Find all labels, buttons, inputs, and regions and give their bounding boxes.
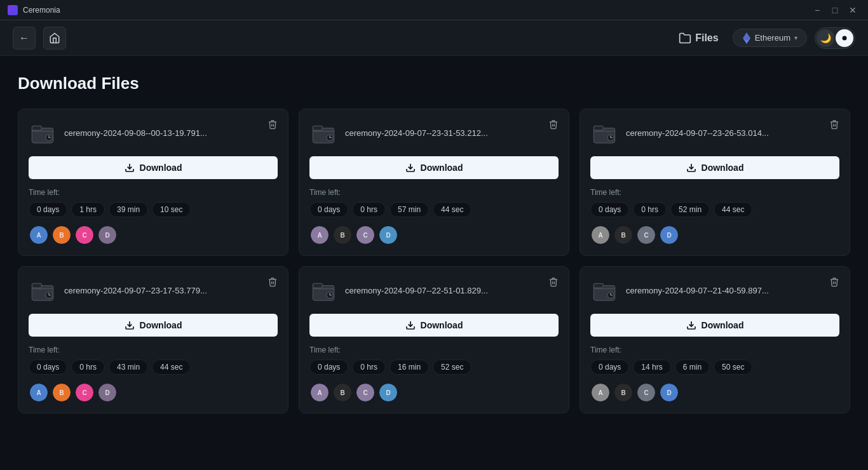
card-header: ceremony-2024-09-07--21-40-59.897... xyxy=(590,277,839,305)
time-badges: 0 days 1 hrs 39 min 10 sec xyxy=(29,202,278,217)
card-card-2: ceremony-2024-09-07--23-31-53.212... Dow… xyxy=(299,109,569,256)
time-badges: 0 days 0 hrs 16 min 52 sec xyxy=(309,359,559,375)
card-card-1: ceremony-2024-09-08--00-13-19.791... Dow… xyxy=(18,109,288,256)
min-badge: 16 min xyxy=(390,359,429,375)
folder-icon xyxy=(309,277,337,305)
card-header: ceremony-2024-09-07--23-17-53.779... xyxy=(29,277,278,305)
app-title: Ceremonia xyxy=(23,6,60,15)
avatars: A B C D xyxy=(590,382,839,403)
sun-icon xyxy=(836,29,853,47)
title-bar-controls: − □ ✕ xyxy=(810,4,860,17)
delete-button[interactable] xyxy=(827,274,842,292)
avatar: B xyxy=(613,225,634,245)
delete-button[interactable] xyxy=(265,274,280,292)
time-badges: 0 days 14 hrs 6 min 50 sec xyxy=(590,359,839,375)
delete-button[interactable] xyxy=(546,117,561,135)
download-button[interactable]: Download xyxy=(29,156,278,179)
download-button[interactable]: Download xyxy=(590,156,839,179)
avatar: A xyxy=(29,382,49,403)
time-left-label: Time left: xyxy=(309,188,559,197)
card-header: ceremony-2024-09-07--22-51-01.829... xyxy=(309,277,559,305)
avatar: B xyxy=(332,225,353,245)
ethereum-button[interactable]: Ethereum ▾ xyxy=(733,29,807,47)
avatars: A B C D xyxy=(590,225,839,245)
delete-button[interactable] xyxy=(546,274,561,292)
close-button[interactable]: ✕ xyxy=(845,4,860,17)
hrs-badge: 0 hrs xyxy=(352,202,386,217)
title-bar: Ceremonia − □ ✕ xyxy=(0,0,868,20)
time-left-label: Time left: xyxy=(29,346,278,354)
sec-badge: 50 sec xyxy=(714,359,752,375)
avatar: B xyxy=(332,382,353,403)
download-button[interactable]: Download xyxy=(309,314,559,337)
sec-badge: 52 sec xyxy=(433,359,471,375)
minimize-button[interactable]: − xyxy=(810,4,825,17)
days-badge: 0 days xyxy=(309,202,348,217)
download-button[interactable]: Download xyxy=(590,314,839,337)
card-card-3: ceremony-2024-09-07--23-26-53.014... Dow… xyxy=(580,109,850,256)
hrs-badge: 1 hrs xyxy=(71,202,105,217)
days-badge: 0 days xyxy=(29,359,67,375)
time-left-label: Time left: xyxy=(309,346,559,354)
download-button[interactable]: Download xyxy=(309,156,559,179)
avatar: D xyxy=(659,382,679,403)
folder-icon xyxy=(309,119,337,147)
days-badge: 0 days xyxy=(590,202,629,217)
page-title: Download Files xyxy=(18,74,850,93)
avatar: C xyxy=(636,225,656,245)
time-badges: 0 days 0 hrs 57 min 44 sec xyxy=(309,202,559,217)
sec-badge: 44 sec xyxy=(152,359,191,375)
min-badge: 57 min xyxy=(390,202,429,217)
svg-rect-24 xyxy=(593,283,603,288)
avatar: A xyxy=(590,225,611,245)
card-header: ceremony-2024-09-07--23-31-53.212... xyxy=(309,119,559,147)
home-button[interactable] xyxy=(43,27,66,50)
download-button[interactable]: Download xyxy=(29,314,278,337)
avatar: C xyxy=(74,225,95,245)
moon-icon: 🌙 xyxy=(817,29,834,47)
sec-badge: 10 sec xyxy=(152,202,191,217)
avatars: A B C D xyxy=(29,382,278,403)
avatar: A xyxy=(309,225,330,245)
time-badges: 0 days 0 hrs 52 min 44 sec xyxy=(590,202,839,217)
title-bar-left: Ceremonia xyxy=(8,5,60,15)
card-card-4: ceremony-2024-09-07--23-17-53.779... Dow… xyxy=(18,266,288,413)
days-badge: 0 days xyxy=(590,359,629,375)
maximize-button[interactable]: □ xyxy=(827,4,843,17)
svg-point-2 xyxy=(843,36,846,40)
nav-bar: ← Files Ethereum ▾ 🌙 xyxy=(0,20,868,56)
files-button[interactable]: Files xyxy=(672,28,724,48)
days-badge: 0 days xyxy=(29,202,67,217)
time-badges: 0 days 0 hrs 43 min 44 sec xyxy=(29,359,278,375)
hrs-badge: 0 hrs xyxy=(71,359,105,375)
hrs-badge: 0 hrs xyxy=(633,202,667,217)
card-filename: ceremony-2024-09-07--23-26-53.014... xyxy=(626,128,769,139)
theme-toggle[interactable]: 🌙 xyxy=(815,27,855,49)
avatar: A xyxy=(590,382,611,403)
avatar: D xyxy=(378,225,398,245)
avatar: C xyxy=(355,225,376,245)
chevron-down-icon: ▾ xyxy=(794,34,797,41)
svg-rect-20 xyxy=(313,283,322,288)
folder-icon xyxy=(590,277,618,305)
card-card-6: ceremony-2024-09-07--21-40-59.897... Dow… xyxy=(580,266,850,413)
avatar: D xyxy=(97,382,118,403)
avatar: B xyxy=(613,382,634,403)
back-button[interactable]: ← xyxy=(13,27,36,50)
avatar: B xyxy=(51,382,72,403)
delete-button[interactable] xyxy=(265,117,280,135)
svg-rect-12 xyxy=(593,126,603,130)
main-content: Download Files ceremony-2024-09-08--00-1… xyxy=(0,56,868,470)
delete-button[interactable] xyxy=(827,117,842,135)
cards-grid: ceremony-2024-09-08--00-13-19.791... Dow… xyxy=(18,109,850,413)
card-card-5: ceremony-2024-09-07--22-51-01.829... Dow… xyxy=(299,266,569,413)
folder-icon xyxy=(590,119,618,147)
avatar: A xyxy=(29,225,49,245)
nav-right: Files Ethereum ▾ 🌙 xyxy=(672,27,855,49)
card-filename: ceremony-2024-09-07--21-40-59.897... xyxy=(626,285,769,297)
files-label: Files xyxy=(695,32,718,44)
svg-rect-4 xyxy=(32,126,41,130)
card-header: ceremony-2024-09-08--00-13-19.791... xyxy=(29,119,278,147)
min-badge: 6 min xyxy=(675,359,710,375)
card-filename: ceremony-2024-09-07--22-51-01.829... xyxy=(345,285,488,297)
